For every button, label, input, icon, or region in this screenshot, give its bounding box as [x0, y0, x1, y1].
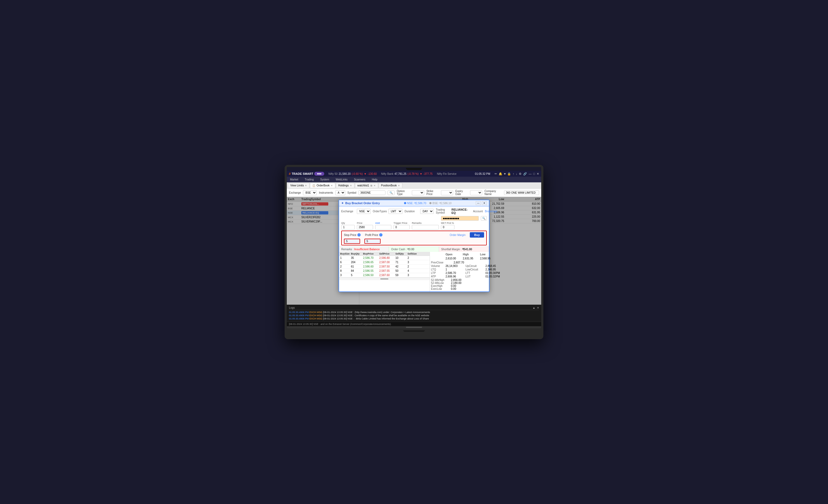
minimize-icon[interactable]: — — [529, 172, 532, 175]
maximize-icon[interactable]: □ — [533, 172, 535, 175]
tab-order-book-close[interactable]: ✕ — [331, 184, 333, 187]
nifty50-ticker: Nifty 50 21,580.20 (-0.60 %) ▼ -130.60 — [329, 172, 377, 175]
open-label: Open — [446, 253, 462, 256]
duration-dropdown[interactable]: DAY IOC — [420, 209, 434, 214]
expiry-date-select[interactable] — [470, 190, 483, 195]
tab-position-book[interactable]: PositionBook ✕ — [379, 183, 403, 188]
exchange-label: Exchange — [289, 191, 301, 194]
download-icon[interactable]: ↓ — [516, 172, 518, 175]
bell-icon[interactable]: 🔔 — [499, 172, 502, 176]
logs-title: Logs — [289, 306, 295, 309]
ss3: 2 — [408, 265, 418, 268]
mkt-prot-input[interactable] — [441, 225, 454, 230]
link-icon[interactable]: 🔗 — [523, 172, 527, 176]
instruments-select[interactable]: A — [335, 190, 345, 195]
sell-price-header: SellPrice — [379, 253, 396, 255]
logs-close-icon[interactable]: ✕ — [537, 306, 539, 309]
remarks-group: Remarks — [412, 222, 439, 230]
remarks-text: Remarks : — [341, 248, 354, 251]
ltp-value: 2,586.70 — [446, 272, 464, 274]
profit-price-input[interactable] — [364, 239, 381, 244]
menu-help[interactable]: Help — [371, 178, 378, 182]
account-input[interactable] — [441, 216, 479, 221]
qty-input[interactable] — [341, 225, 355, 230]
heart-icon[interactable]: ♥ — [504, 172, 506, 175]
tab-holdings[interactable]: Holdings ✕ — [336, 183, 355, 188]
sp1: 2,586.80 — [379, 257, 396, 260]
depth-section: BuySize BuyQty BuyPrice SellPrice SellQt… — [339, 252, 430, 291]
amt-label: Amt — [375, 222, 391, 224]
mkt-prot-group: MKT Prot % — [441, 222, 454, 230]
price-group: Price — [357, 222, 373, 230]
menu-trading[interactable]: Trading — [304, 178, 315, 182]
tab-position-book-close[interactable]: ✕ — [398, 184, 400, 187]
laptop-stand — [287, 328, 541, 334]
tab-order-book-label: OrderBook — [317, 184, 329, 187]
modal-overlay: ✦ Buy Bracket Order Entry NSE: ₹2,586.70 — [287, 197, 541, 305]
order-margin-link[interactable]: Order Margin — [450, 234, 465, 236]
option-type-select[interactable] — [412, 190, 424, 195]
ltq-label: LTQ — [431, 268, 445, 271]
brand-name: TRADE SMART — [292, 172, 313, 175]
tab-view-limits[interactable]: View Limits ✕ — [288, 183, 309, 188]
bs4: 8 — [340, 269, 351, 272]
bottom-notch — [406, 327, 422, 328]
tab-view-limits-close[interactable]: ✕ — [305, 184, 307, 187]
remarks-input[interactable] — [412, 225, 439, 230]
sp2: 2,587.00 — [379, 261, 396, 264]
price-input[interactable] — [357, 225, 373, 230]
amt-input[interactable] — [375, 225, 391, 230]
profit-price-info-icon[interactable]: i — [379, 233, 382, 236]
buy-button[interactable]: Buy — [470, 232, 484, 238]
menu-weblinks[interactable]: WebLinks — [334, 178, 348, 182]
pencil-icon[interactable]: ✏ — [495, 172, 497, 176]
menu-scanners[interactable]: Scanners — [353, 178, 366, 182]
atp-info-value: 2,606.96 — [446, 275, 464, 278]
nifty50-label: Nifty 50 — [329, 172, 338, 175]
stop-price-input[interactable] — [344, 239, 360, 244]
log-entry: 01:05:30.4906 PM EXCH MSG [08-01-2024 13… — [289, 314, 539, 317]
logs-expand-icon[interactable]: ▲ — [533, 306, 535, 309]
lut-label: LUT — [465, 275, 484, 278]
tab-order-book[interactable]: 📋 OrderBook ✕ — [310, 183, 335, 188]
symbol-search-button[interactable]: 🔍 — [387, 190, 395, 195]
symbol-label: Symbol — [347, 191, 356, 194]
company-name-input[interactable] — [504, 190, 539, 195]
tab-watchlist1-label: watchlist1 — [358, 184, 369, 187]
order-types-dropdown[interactable]: LMT MKT — [388, 209, 403, 214]
tab-holdings-close[interactable]: ✕ — [350, 184, 352, 187]
menu-market[interactable]: Market — [289, 178, 299, 182]
close-icon[interactable]: ✕ — [537, 172, 539, 176]
exchange-select[interactable]: BSE NSE — [303, 190, 317, 195]
modal-row-1: Exchange NSE BSE OrderTypes LMT MKT — [341, 208, 487, 215]
tab-watchlist1-close[interactable]: ✕ — [374, 184, 376, 187]
brokerage-link[interactable]: Brokerage — [485, 210, 497, 213]
account-search-button[interactable]: 🔍 — [481, 216, 487, 221]
modal-minimize-button[interactable]: — — [476, 201, 481, 205]
tab-watchlist1[interactable]: watchlist1 ⊞ ✕ — [355, 183, 378, 188]
trigger-input[interactable] — [394, 225, 410, 230]
tab-view-limits-label: View Limits — [290, 184, 304, 187]
lock-icon[interactable]: 🔒 — [507, 172, 511, 176]
ss1: 2 — [408, 257, 418, 260]
low-ohlc-value: 2,568.95 — [480, 257, 496, 260]
buy-price-header: BuyPrice — [363, 253, 379, 255]
depth-row: 3 5 2,586.50 2,587.60 59 3 — [339, 273, 430, 277]
strike-price-select[interactable] — [441, 190, 453, 195]
bp2: 2,586.65 — [363, 261, 379, 264]
sp5: 2,587.60 — [379, 274, 396, 277]
exchange-dropdown[interactable]: NSE BSE — [357, 209, 371, 214]
nifty50-points: -130.60 — [368, 172, 377, 175]
stop-price-info-icon[interactable]: i — [358, 233, 361, 236]
high-ohlc-value: 2,631.95 — [463, 257, 479, 260]
menu-system[interactable]: System — [319, 178, 330, 182]
depth-row: 2 61 2,586.60 2,587.50 42 2 — [339, 265, 430, 269]
settings-icon[interactable]: ⚙ — [519, 172, 522, 176]
symbol-input[interactable] — [359, 190, 385, 195]
option-type-label: Option Type — [397, 190, 410, 195]
upload-icon[interactable]: ↑ — [513, 172, 514, 175]
modal-close-button[interactable]: ✕ — [482, 201, 487, 205]
shortfall-item: Shortfall Margin : ₹541.80 — [439, 247, 489, 252]
modal-qty-price-row: Qty Price Amt — [341, 222, 487, 230]
main-area: Exch TradingSymbol NFO NIFTY25JAN... BSE… — [287, 197, 541, 305]
